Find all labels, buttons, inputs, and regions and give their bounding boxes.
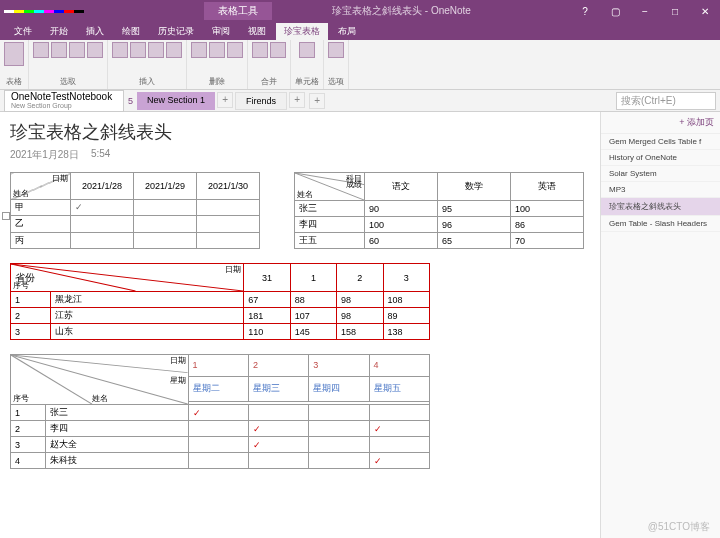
- watermark: @51CTO博客: [648, 520, 710, 534]
- ribbon-button[interactable]: [191, 42, 207, 58]
- menu-tab-5[interactable]: 审阅: [204, 23, 238, 40]
- notebook-selector[interactable]: OneNoteTestNotebook New Section Group: [4, 90, 124, 112]
- ribbon-button[interactable]: [33, 42, 49, 58]
- ribbon-button[interactable]: [166, 42, 182, 58]
- minimize-button[interactable]: −: [630, 0, 660, 22]
- svg-line-3: [11, 264, 135, 291]
- title-bar: 表格工具 珍宝表格之斜线表头 - OneNote ? ▢ − □ ✕: [0, 0, 720, 22]
- section-tab[interactable]: Firends: [235, 92, 287, 110]
- menu-tab-1[interactable]: 开始: [42, 23, 76, 40]
- ribbon-button[interactable]: [51, 42, 67, 58]
- notebook-bar: OneNoteTestNotebook New Section Group 5 …: [0, 90, 720, 112]
- menu-tab-0[interactable]: 文件: [6, 23, 40, 40]
- ribbon-button[interactable]: [328, 42, 344, 58]
- add-page-button[interactable]: + 添加页: [601, 112, 720, 134]
- table-4[interactable]: 日期星期姓名序号1234星期二星期三星期四星期五1张三✓2李四✓✓3赵大全✓4朱…: [10, 354, 430, 469]
- page-list-item[interactable]: Gem Table - Slash Headers: [601, 216, 720, 232]
- menu-tab-8[interactable]: 布局: [330, 23, 364, 40]
- add-page-tab[interactable]: +: [289, 92, 305, 108]
- ribbon-button[interactable]: [69, 42, 85, 58]
- notebook-name: OneNoteTestNotebook: [11, 92, 117, 101]
- ribbon: 表格选取插入删除合并单元格选项: [0, 40, 720, 90]
- svg-line-2: [11, 264, 243, 291]
- ribbon-button[interactable]: [252, 42, 268, 58]
- menu-tab-7[interactable]: 珍宝表格: [276, 23, 328, 40]
- page-canvas[interactable]: 珍宝表格之斜线表头 2021年1月28日 5:54 日期姓名2021/1/282…: [0, 112, 600, 538]
- page-list-item[interactable]: 珍宝表格之斜线表头: [601, 198, 720, 216]
- ribbon-group-0: 表格: [0, 40, 29, 89]
- ribbon-group-label: 选取: [60, 76, 76, 87]
- ribbon-button[interactable]: [270, 42, 286, 58]
- page-time: 5:54: [91, 148, 110, 162]
- page-list-item[interactable]: Solar System: [601, 166, 720, 182]
- menu-bar: 文件开始插入绘图历史记录审阅视图珍宝表格布局: [0, 22, 720, 40]
- ribbon-group-6: 选项: [324, 40, 349, 89]
- page-list-sidebar: + 添加页 Gem Merged Cells Table fHistory of…: [600, 112, 720, 538]
- ribbon-button[interactable]: [148, 42, 164, 58]
- ribbon-group-4: 合并: [248, 40, 291, 89]
- ribbon-button[interactable]: [4, 42, 24, 66]
- page-list-item[interactable]: Gem Merged Cells Table f: [601, 134, 720, 150]
- ribbon-button[interactable]: [87, 42, 103, 58]
- ribbon-group-1: 选取: [29, 40, 108, 89]
- pen-color-row: [4, 9, 84, 13]
- section-group-name: New Section Group: [11, 101, 117, 110]
- close-button[interactable]: ✕: [690, 0, 720, 22]
- page-list-item[interactable]: MP3: [601, 182, 720, 198]
- contextual-tab-label: 表格工具: [204, 2, 272, 20]
- notebook-badge: 5: [128, 96, 133, 106]
- section-tab[interactable]: New Section 1: [137, 92, 215, 110]
- ribbon-group-label: 表格: [6, 76, 22, 87]
- ribbon-button[interactable]: [112, 42, 128, 58]
- menu-tab-6[interactable]: 视图: [240, 23, 274, 40]
- page-date: 2021年1月28日: [10, 148, 79, 162]
- ribbon-button[interactable]: [209, 42, 225, 58]
- ribbon-options-button[interactable]: ▢: [600, 0, 630, 22]
- table-1[interactable]: 日期姓名2021/1/282021/1/292021/1/30甲✓乙丙: [10, 172, 260, 249]
- maximize-button[interactable]: □: [660, 0, 690, 22]
- menu-tab-3[interactable]: 绘图: [114, 23, 148, 40]
- window-title: 珍宝表格之斜线表头 - OneNote: [332, 4, 471, 18]
- page-title[interactable]: 珍宝表格之斜线表头: [10, 120, 590, 144]
- ribbon-group-2: 插入: [108, 40, 187, 89]
- ribbon-group-label: 删除: [209, 76, 225, 87]
- table-2[interactable]: 科目成绩姓名语文数学英语张三9095100李四1009686王五606570: [294, 172, 584, 249]
- ribbon-group-label: 选项: [328, 76, 344, 87]
- ribbon-group-label: 合并: [261, 76, 277, 87]
- ribbon-button[interactable]: [227, 42, 243, 58]
- container-handle[interactable]: [2, 212, 10, 220]
- search-input[interactable]: 搜索(Ctrl+E): [616, 92, 716, 110]
- ribbon-button[interactable]: [299, 42, 315, 58]
- table-3[interactable]: 日期省份序号311231黑龙江6788981082江苏18110798893山东…: [10, 263, 430, 340]
- help-button[interactable]: ?: [570, 0, 600, 22]
- ribbon-group-label: 插入: [139, 76, 155, 87]
- menu-tab-4[interactable]: 历史记录: [150, 23, 202, 40]
- svg-line-4: [11, 355, 188, 373]
- menu-tab-2[interactable]: 插入: [78, 23, 112, 40]
- add-page-tab[interactable]: +: [217, 92, 233, 108]
- ribbon-group-3: 删除: [187, 40, 248, 89]
- add-section-button[interactable]: +: [309, 93, 325, 109]
- ribbon-group-5: 单元格: [291, 40, 324, 89]
- ribbon-group-label: 单元格: [295, 76, 319, 87]
- page-list-item[interactable]: History of OneNote: [601, 150, 720, 166]
- ribbon-button[interactable]: [130, 42, 146, 58]
